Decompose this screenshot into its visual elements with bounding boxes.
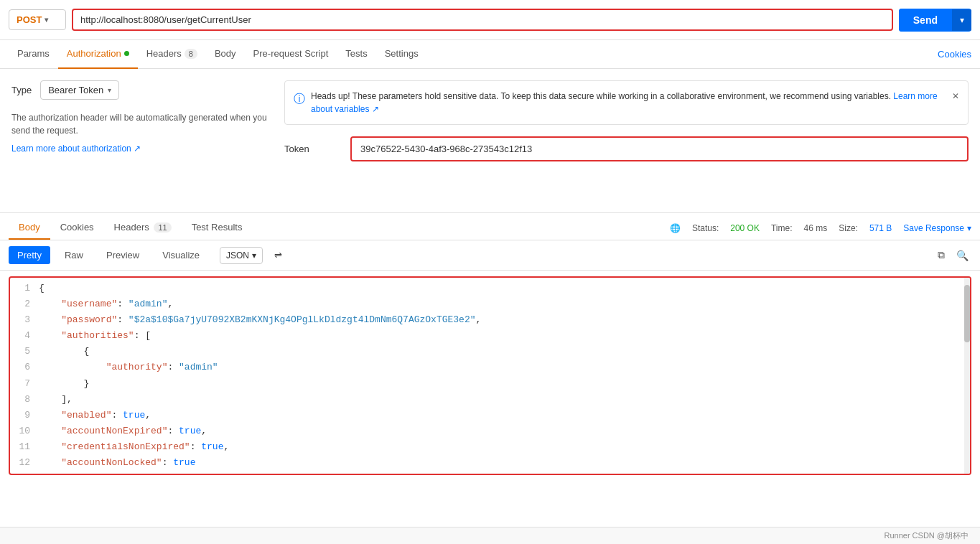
globe-icon: 🌐 (670, 223, 681, 233)
resp-headers-badge: 11 (154, 222, 171, 233)
size-value: 571 B (869, 223, 892, 233)
save-response-chevron-icon: ▾ (967, 223, 971, 233)
tab-authorization-label: Authorization (67, 48, 121, 59)
code-line: 11 "credentialsNonExpired": true, (10, 439, 970, 455)
method-chevron-icon: ▾ (45, 16, 48, 24)
tab-tests[interactable]: Tests (337, 40, 375, 69)
resp-tab-testresults[interactable]: Test Results (182, 216, 253, 240)
auth-panel: Type Bearer Token ▾ The authorization he… (0, 69, 980, 212)
resp-tab-headers[interactable]: Headers 11 (104, 216, 182, 240)
auth-right: ⓘ Heads up! These parameters hold sensit… (284, 80, 969, 201)
code-panel: 1{2 "username": "admin",3 "password": "$… (9, 276, 971, 475)
tab-prerequest[interactable]: Pre-request Script (245, 40, 337, 69)
auth-learn-more-link[interactable]: Learn more about authorization (11, 144, 141, 154)
code-line: 4 "authorities": [ (10, 328, 970, 344)
code-line: 2 "username": "admin", (10, 296, 970, 312)
code-line: 3 "password": "$2a$10$Ga7jyU7092XB2mKXNj… (10, 312, 970, 328)
tab-prerequest-label: Pre-request Script (253, 48, 329, 59)
fmt-tab-visualize[interactable]: Visualize (154, 246, 208, 264)
code-line: 5 { (10, 344, 970, 360)
response-tabs: Body Cookies Headers 11 Test Results 🌐 S… (0, 213, 980, 240)
tab-params-label: Params (17, 48, 50, 59)
request-tabs: Params Authorization Headers 8 Body Pre-… (0, 40, 980, 69)
method-label: POST (17, 14, 42, 25)
size-label: Size: (839, 223, 858, 233)
save-response-label: Save Response (903, 223, 964, 233)
cookies-link[interactable]: Cookies (938, 49, 971, 60)
tab-headers-label: Headers (146, 48, 182, 59)
fmt-tab-preview[interactable]: Preview (98, 246, 148, 264)
bearer-token-select[interactable]: Bearer Token ▾ (40, 80, 119, 100)
send-btn-dropdown[interactable]: ▾ (952, 9, 971, 31)
fmt-tab-raw[interactable]: Raw (56, 246, 92, 264)
json-format-select[interactable]: JSON ▾ (220, 247, 263, 264)
format-bar: Pretty Raw Preview Visualize JSON ▾ ⇌ ⧉ … (0, 240, 980, 271)
token-row: Token (284, 136, 969, 161)
resp-tab-body-label: Body (19, 222, 40, 233)
code-line: 9 "enabled": true, (10, 408, 970, 423)
resp-status-bar: 🌐 Status: 200 OK Time: 46 ms Size: 571 B… (670, 223, 971, 233)
bearer-chevron-icon: ▾ (108, 86, 111, 94)
info-icon: ⓘ (294, 90, 305, 108)
tab-body[interactable]: Body (206, 40, 245, 69)
tab-settings[interactable]: Settings (376, 40, 427, 69)
url-text: http://localhost:8080/user/getCurrentUse… (80, 14, 885, 25)
tab-tests-label: Tests (345, 48, 367, 59)
tab-settings-label: Settings (385, 48, 419, 59)
fmt-tab-pretty[interactable]: Pretty (9, 246, 50, 264)
save-response-button[interactable]: Save Response ▾ (903, 223, 971, 233)
time-label: Time: (771, 223, 793, 233)
method-select[interactable]: POST ▾ (9, 9, 66, 30)
right-icons: ⧉ 🔍 (935, 246, 971, 264)
filter-icon[interactable]: ⇌ (269, 247, 288, 263)
tab-authorization[interactable]: Authorization (58, 40, 138, 69)
resp-tab-cookies[interactable]: Cookies (50, 216, 104, 240)
code-content: 1{2 "username": "admin",3 "password": "$… (10, 278, 970, 474)
code-line: 6 "authority": "admin" (10, 360, 970, 375)
headers-badge: 8 (185, 49, 197, 59)
url-bar[interactable]: http://localhost:8080/user/getCurrentUse… (72, 9, 893, 31)
close-icon[interactable]: ✕ (952, 90, 959, 103)
tab-headers[interactable]: Headers 8 (138, 40, 206, 69)
resp-tab-cookies-label: Cookies (60, 222, 94, 233)
tab-body-label: Body (215, 48, 236, 59)
token-label: Token (284, 144, 342, 154)
code-line: 8 ], (10, 392, 970, 408)
status-label: Status: (692, 223, 719, 233)
send-button[interactable]: Send ▾ (899, 9, 971, 32)
code-line: 12 "accountNonLocked": true (10, 455, 970, 471)
top-bar: POST ▾ http://localhost:8080/user/getCur… (0, 0, 980, 40)
status-value: 200 OK (730, 223, 760, 233)
type-label: Type (11, 85, 32, 95)
send-btn-main[interactable]: Send (899, 9, 952, 32)
scrollbar[interactable] (964, 278, 970, 474)
resp-tab-headers-label: Headers (114, 222, 149, 233)
info-text: Heads up! These parameters hold sensitiv… (311, 90, 946, 116)
code-line: 7 } (10, 376, 970, 392)
code-line: 1{ (10, 281, 970, 296)
bearer-token-label: Bearer Token (48, 85, 103, 95)
tab-params[interactable]: Params (9, 40, 58, 69)
authorization-dot (124, 51, 129, 56)
type-row: Type Bearer Token ▾ (11, 80, 270, 100)
auth-description: The authorization header will be automat… (11, 111, 270, 137)
time-value: 46 ms (804, 223, 828, 233)
token-input[interactable] (350, 136, 969, 161)
resp-tab-body[interactable]: Body (9, 216, 50, 240)
scroll-thumb[interactable] (964, 285, 970, 342)
json-label: JSON (226, 250, 249, 261)
json-chevron-icon: ▾ (252, 250, 256, 261)
info-banner: ⓘ Heads up! These parameters hold sensit… (284, 80, 969, 125)
copy-icon[interactable]: ⧉ (935, 246, 948, 264)
auth-left: Type Bearer Token ▾ The authorization he… (11, 80, 270, 201)
code-line: 10 "accountNonExpired": true, (10, 423, 970, 439)
resp-tab-testresults-label: Test Results (192, 222, 243, 233)
search-icon[interactable]: 🔍 (953, 247, 971, 264)
